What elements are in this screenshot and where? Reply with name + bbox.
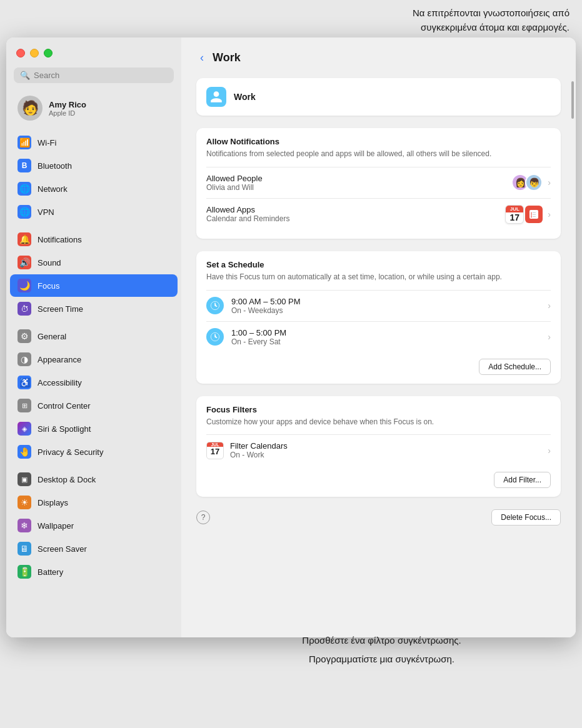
user-profile[interactable]: 🧑 Amy Rico Apple ID [10,91,178,126]
sidebar-item-label: Control Center [38,401,91,411]
calendar-icon: JUL 17 [505,205,524,224]
screentime-icon: ⏱ [18,302,31,316]
sidebar-item-network[interactable]: 🌐 Network [10,177,178,200]
sidebar-item-sound[interactable]: 🔊 Sound [10,251,178,274]
allowed-apps-right: JUL 17 › [505,205,551,224]
schedule-time-2: 1:00 – 5:00 PM [231,328,286,337]
sidebar-item-label: Siri & Spotlight [38,424,91,434]
chevron-icon: › [548,209,551,219]
clock-icon-1 [206,297,224,314]
general-icon: ⚙ [18,329,31,343]
minimize-button[interactable] [30,49,39,57]
add-schedule-container: Add Schedule... [206,352,551,375]
allowed-people-sub: Olivia and Will [206,183,263,192]
sidebar-item-label: Displays [38,498,68,507]
chevron-icon: › [548,177,551,187]
search-icon: 🔍 [20,71,30,80]
sidebar-item-label: Network [38,184,68,194]
work-card: Work [196,78,561,116]
sidebar-item-screentime[interactable]: ⏱ Screen Time [10,297,178,320]
schedule-row-1[interactable]: 9:00 AM – 5:00 PM On - Weekdays › [206,290,551,321]
add-filter-button[interactable]: Add Filter... [494,472,551,488]
sidebar-item-battery[interactable]: 🔋 Battery [10,561,178,583]
schedule-row-2-left: 1:00 – 5:00 PM On - Every Sat [206,328,286,346]
sidebar-section-focus: 🔔 Notifications 🔊 Sound 🌙 Focus ⏱ Screen… [6,227,181,321]
sidebar-item-displays[interactable]: ☀ Displays [10,491,178,514]
scrollbar-thumb[interactable] [571,81,574,119]
sidebar-item-appearance[interactable]: ◑ Appearance [10,348,178,371]
annotation-bottom: Προσθέστε ένα φίλτρο συγκέντρωσης. Προγρ… [194,631,569,669]
scrollbar-track [571,75,574,631]
screensaver-icon: 🖥 [18,542,31,556]
allowed-people-row[interactable]: Allowed People Olivia and Will 👩 👦 › [206,167,551,198]
chevron-icon: › [548,332,551,342]
sidebar-item-label: Screen Time [38,304,83,314]
delete-focus-button[interactable]: Delete Focus... [491,509,561,526]
sidebar-item-wallpaper[interactable]: ❄ Wallpaper [10,514,178,537]
page-title: Work [213,51,241,64]
traffic-lights [6,44,181,67]
main-header: ‹ Work [196,50,561,66]
allowed-people-title: Allowed People [206,174,263,183]
set-schedule-title: Set a Schedule [206,260,551,269]
filter-calendars-row[interactable]: JUL 17 Filter Calendars On - Work › [206,434,551,466]
sound-icon: 🔊 [18,256,31,269]
back-button[interactable]: ‹ [196,50,208,66]
focus-filters-title: Focus Filters [206,405,551,414]
sidebar-item-accessibility[interactable]: ♿ Accessibility [10,371,178,394]
accessibility-icon: ♿ [18,376,31,389]
search-input[interactable] [34,71,168,80]
sidebar-item-desktop[interactable]: ▣ Desktop & Dock [10,468,178,491]
sidebar-item-label: Bluetooth [38,161,72,171]
annotation-top: Να επιτρέπονται γνωστοποιήσεις από συγκε… [413,6,569,34]
filter-sub: On - Work [230,451,288,459]
schedule-section: Set a Schedule Have this Focus turn on a… [196,251,561,384]
work-card-icon [206,87,226,107]
sidebar-item-screensaver[interactable]: 🖥 Screen Saver [10,537,178,560]
add-schedule-button[interactable]: Add Schedule... [479,359,551,375]
close-button[interactable] [16,49,25,57]
sidebar-item-label: Sound [38,258,61,267]
sidebar-item-label: General [38,332,66,341]
allowed-apps-title: Allowed Apps [206,205,289,214]
user-info: Amy Rico Apple ID [49,100,86,117]
sidebar-item-general[interactable]: ⚙ General [10,325,178,347]
clock-icon-2 [206,328,224,346]
sidebar-section-hardware: ▣ Desktop & Dock ☀ Displays ❄ Wallpaper … [6,467,181,584]
sidebar-item-focus[interactable]: 🌙 Focus [10,274,178,297]
add-filter-container: Add Filter... [206,466,551,488]
work-card-title: Work [234,92,256,102]
sidebar-item-label: VPN [38,207,54,217]
allow-notifications-title: Allow Notifications [206,137,551,146]
sidebar-item-label: Screen Saver [38,544,87,554]
maximize-button[interactable] [44,49,53,57]
people-avatars: 👩 👦 [511,174,543,191]
sidebar-item-controlcenter[interactable]: ⊞ Control Center [10,394,178,417]
schedule-sub-1: On - Weekdays [231,306,301,315]
sidebar-item-privacy[interactable]: 🤚 Privacy & Security [10,441,178,463]
search-bar[interactable]: 🔍 [14,67,174,83]
focus-filters-section: Focus Filters Customize how your apps an… [196,396,561,497]
schedule-row-1-left: 9:00 AM – 5:00 PM On - Weekdays [206,297,301,315]
appearance-icon: ◑ [18,352,31,366]
sidebar-section-network: 📶 Wi-Fi B Bluetooth 🌐 Network 🌐 VPN [6,131,181,224]
avatar: 🧑 [18,96,43,121]
sidebar-item-label: Notifications [38,235,82,244]
sidebar-item-label: Accessibility [38,378,82,387]
desktop-icon: ▣ [18,472,31,486]
sidebar-item-notifications[interactable]: 🔔 Notifications [10,228,178,251]
help-button[interactable]: ? [196,511,210,524]
sidebar-item-bluetooth[interactable]: B Bluetooth [10,154,178,177]
sidebar-item-label: Wi-Fi [38,138,56,147]
sidebar-item-siri[interactable]: ◈ Siri & Spotlight [10,417,178,440]
sidebar-item-wifi[interactable]: 📶 Wi-Fi [10,131,178,154]
allowed-apps-sub: Calendar and Reminders [206,214,289,223]
avatar-will: 👦 [525,174,543,191]
schedule-row-2[interactable]: 1:00 – 5:00 PM On - Every Sat › [206,321,551,352]
schedule-time-1: 9:00 AM – 5:00 PM [231,297,301,306]
chevron-icon: › [548,446,551,456]
allow-notifications-desc: Notifications from selected people and a… [206,149,551,159]
allowed-apps-row[interactable]: Allowed Apps Calendar and Reminders JUL … [206,198,551,230]
sidebar-item-vpn[interactable]: 🌐 VPN [10,201,178,223]
wifi-icon: 📶 [18,136,31,149]
